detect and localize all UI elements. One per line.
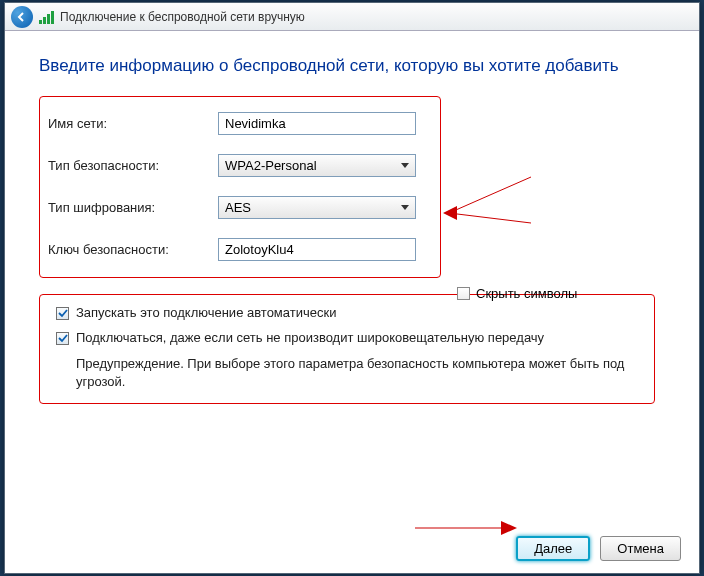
network-name-input[interactable] <box>218 112 416 135</box>
cancel-button[interactable]: Отмена <box>600 536 681 561</box>
back-arrow-icon <box>16 11 28 23</box>
titlebar: Подключение к беспроводной сети вручную <box>5 3 699 31</box>
broadcast-label: Подключаться, даже если сеть не производ… <box>76 330 544 345</box>
form-highlight-box: Имя сети: Тип безопасности: WPA2-Persona… <box>39 96 441 278</box>
security-key-input[interactable] <box>218 238 416 261</box>
page-heading: Введите информацию о беспроводной сети, … <box>39 55 665 78</box>
chevron-down-icon <box>401 205 409 210</box>
content-area: Введите информацию о беспроводной сети, … <box>5 31 699 414</box>
encryption-type-label: Тип шифрования: <box>48 200 218 215</box>
auto-connect-checkbox[interactable] <box>56 307 69 320</box>
security-type-select[interactable]: WPA2-Personal <box>218 154 416 177</box>
checkmark-icon <box>58 333 68 343</box>
footer-buttons: Далее Отмена <box>516 536 681 561</box>
annotation-arrow-icon <box>413 508 518 548</box>
checkmark-icon <box>58 308 68 318</box>
broadcast-checkbox[interactable] <box>56 332 69 345</box>
warning-text: Предупреждение. При выборе этого парамет… <box>76 355 638 391</box>
chevron-down-icon <box>401 163 409 168</box>
security-type-label: Тип безопасности: <box>48 158 218 173</box>
window-title: Подключение к беспроводной сети вручную <box>60 10 305 24</box>
encryption-type-value: AES <box>225 200 251 215</box>
wizard-window: Подключение к беспроводной сети вручную … <box>4 2 700 574</box>
svg-marker-4 <box>501 521 517 535</box>
security-type-value: WPA2-Personal <box>225 158 317 173</box>
security-key-label: Ключ безопасности: <box>48 242 218 257</box>
hide-chars-label: Скрыть символы <box>476 286 577 301</box>
back-button[interactable] <box>11 6 33 28</box>
auto-connect-label: Запускать это подключение автоматически <box>76 305 336 320</box>
next-button[interactable]: Далее <box>516 536 590 561</box>
options-highlight-box: Запускать это подключение автоматически … <box>39 294 655 404</box>
wifi-icon <box>39 10 54 24</box>
network-name-label: Имя сети: <box>48 116 218 131</box>
hide-chars-row: Скрыть символы <box>457 286 577 301</box>
hide-chars-checkbox[interactable] <box>457 287 470 300</box>
encryption-type-select[interactable]: AES <box>218 196 416 219</box>
